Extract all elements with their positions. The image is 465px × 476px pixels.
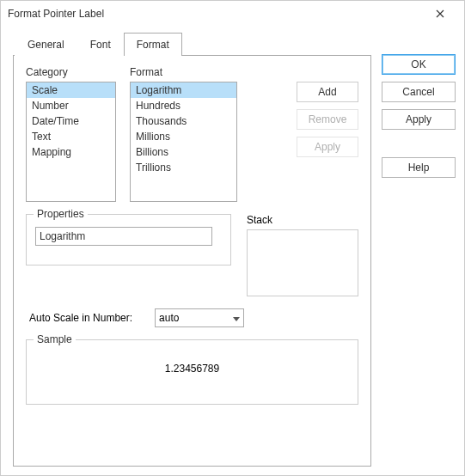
dialog-window: Format Pointer Label General Font Format… <box>0 0 465 476</box>
tab-panel-format: Category Scale Number Date/Time Text Map… <box>13 55 371 467</box>
auto-scale-row: Auto Scale in Number: auto <box>29 308 358 327</box>
apply-button[interactable]: Apply <box>382 109 456 130</box>
format-item-trillions[interactable]: Trillions <box>131 160 236 175</box>
sample-legend: Sample <box>34 333 76 345</box>
category-item-mapping[interactable]: Mapping <box>27 144 115 160</box>
dialog-button-column: OK Cancel Apply Help <box>382 32 456 467</box>
remove-button: Remove <box>297 109 358 130</box>
tab-format[interactable]: Format <box>124 33 182 56</box>
format-column: Format Logarithm Hundreds Thousands Mill… <box>130 66 237 202</box>
cancel-button[interactable]: Cancel <box>382 82 456 102</box>
category-item-datetime[interactable]: Date/Time <box>27 113 115 129</box>
button-spacer <box>382 137 456 150</box>
format-item-thousands[interactable]: Thousands <box>131 113 236 129</box>
format-item-billions[interactable]: Billions <box>131 144 236 160</box>
titlebar: Format Pointer Label <box>1 1 464 27</box>
format-item-logarithm[interactable]: Logarithm <box>131 82 236 98</box>
stack-group: Stack <box>247 214 358 296</box>
tab-general[interactable]: General <box>15 33 77 56</box>
format-action-buttons: Add Remove Apply <box>297 66 358 202</box>
format-label: Format <box>130 66 237 78</box>
format-listbox[interactable]: Logarithm Hundreds Thousands Millions Bi… <box>130 82 237 202</box>
category-item-text[interactable]: Text <box>27 129 115 144</box>
apply-format-button: Apply <box>297 137 358 157</box>
stack-listbox[interactable] <box>247 229 358 296</box>
stack-label: Stack <box>247 214 358 226</box>
auto-scale-label: Auto Scale in Number: <box>29 312 132 324</box>
category-item-number[interactable]: Number <box>27 98 115 113</box>
format-item-hundreds[interactable]: Hundreds <box>131 98 236 113</box>
auto-scale-value: auto <box>159 312 179 324</box>
properties-legend: Properties <box>34 208 88 220</box>
category-label: Category <box>26 66 116 78</box>
properties-stack-row: Properties Stack <box>26 214 358 296</box>
tab-strip: General Font Format <box>15 32 371 55</box>
close-button[interactable] <box>423 3 457 24</box>
dialog-body: General Font Format Category Scale Numbe… <box>1 27 464 475</box>
category-item-scale[interactable]: Scale <box>27 82 115 98</box>
help-button[interactable]: Help <box>382 157 456 178</box>
category-column: Category Scale Number Date/Time Text Map… <box>26 66 116 202</box>
properties-group: Properties <box>26 214 231 296</box>
category-format-row: Category Scale Number Date/Time Text Map… <box>26 66 358 202</box>
sample-group: Sample 1.23456789 <box>26 339 358 405</box>
dialog-title: Format Pointer Label <box>8 8 423 20</box>
format-item-millions[interactable]: Millions <box>131 129 236 144</box>
properties-fieldset: Properties <box>26 214 231 265</box>
properties-input[interactable] <box>35 227 212 246</box>
sample-fieldset: Sample 1.23456789 <box>26 339 358 405</box>
tab-font[interactable]: Font <box>77 33 124 56</box>
chevron-down-icon <box>233 312 240 324</box>
category-listbox[interactable]: Scale Number Date/Time Text Mapping <box>26 82 116 202</box>
auto-scale-select[interactable]: auto <box>155 308 244 327</box>
close-icon <box>436 9 444 18</box>
sample-value: 1.23456789 <box>165 363 219 375</box>
content-area: General Font Format Category Scale Numbe… <box>13 32 371 467</box>
add-button[interactable]: Add <box>297 82 358 102</box>
ok-button[interactable]: OK <box>382 54 456 75</box>
